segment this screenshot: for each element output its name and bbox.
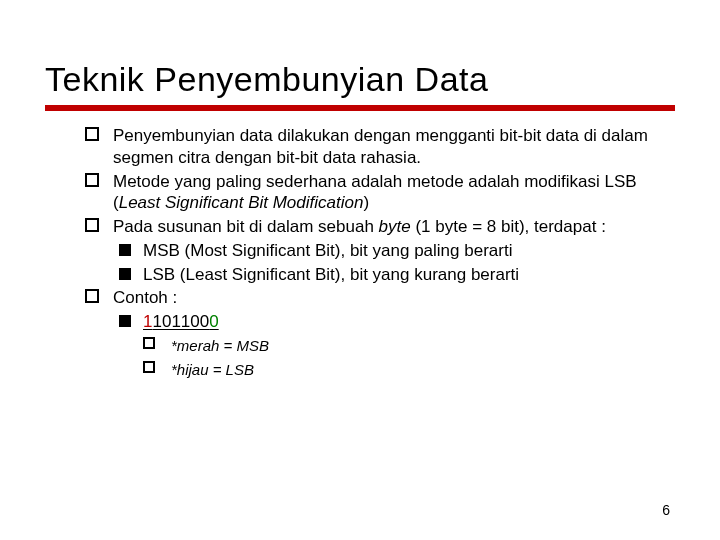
page-number: 6 (662, 502, 670, 518)
bullet-text: Metode yang paling sederhana adalah meto… (113, 172, 637, 213)
bullet-4: Contoh : (79, 287, 675, 309)
lsb-bit: 0 (209, 312, 218, 331)
slide-content: Penyembunyian data dilakukan dengan meng… (45, 125, 675, 380)
slide: Teknik Penyembunyian Data Penyembunyian … (0, 0, 720, 540)
title-underline (45, 105, 675, 111)
bit-string: 11011000 (143, 312, 219, 331)
bullet-3: Pada susunan bit di dalam sebuah byte (1… (79, 216, 675, 238)
square-solid-icon (119, 315, 131, 327)
bullet-text: Contoh : (113, 288, 177, 307)
square-open-icon (85, 173, 99, 187)
square-open-icon (85, 289, 99, 303)
square-open-icon (85, 218, 99, 232)
note-text: *hijau = LSB (171, 361, 254, 378)
bullet-4-sub-1: 11011000 (113, 311, 675, 333)
square-solid-icon (119, 244, 131, 256)
bullet-1: Penyembunyian data dilakukan dengan meng… (79, 125, 675, 169)
mid-bits: 101100 (152, 312, 209, 331)
note-text: *merah = MSB (171, 337, 269, 354)
square-solid-icon (119, 268, 131, 280)
slide-title: Teknik Penyembunyian Data (45, 60, 675, 99)
bullet-3-sub-1: MSB (Most Significant Bit), bit yang pal… (113, 240, 675, 262)
square-open-icon (85, 127, 99, 141)
bullet-text: Penyembunyian data dilakukan dengan meng… (113, 126, 648, 167)
square-open-icon (143, 337, 155, 349)
square-open-icon (143, 361, 155, 373)
bullet-text: MSB (Most Significant Bit), bit yang pal… (143, 241, 512, 260)
bullet-4-note-1: *merah = MSB (143, 335, 675, 357)
bullet-2: Metode yang paling sederhana adalah meto… (79, 171, 675, 215)
bullet-text: Pada susunan bit di dalam sebuah byte (1… (113, 217, 606, 236)
bullet-text: LSB (Least Significant Bit), bit yang ku… (143, 265, 519, 284)
bullet-4-note-2: *hijau = LSB (143, 359, 675, 381)
bullet-3-sub-2: LSB (Least Significant Bit), bit yang ku… (113, 264, 675, 286)
